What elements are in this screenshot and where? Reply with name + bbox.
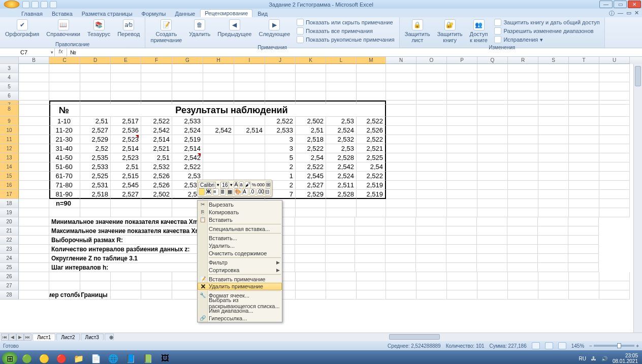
cell-M[interactable] <box>357 272 386 281</box>
cell-P[interactable] <box>447 91 477 101</box>
stat-label-21[interactable]: Максимальное значение показателя качеств… <box>49 226 203 236</box>
number-format-icon[interactable]: ⊟ <box>265 188 271 195</box>
cell-G14[interactable]: 2,522 <box>172 162 203 172</box>
cell-T[interactable] <box>569 144 599 153</box>
cell-U[interactable] <box>599 91 630 101</box>
stat-label-25[interactable]: Шаг интервалов h: <box>49 263 203 272</box>
cell-T[interactable] <box>569 190 599 199</box>
cell-U[interactable] <box>599 153 630 162</box>
delete-comment-button[interactable]: 🗑Удалить <box>187 18 212 38</box>
spell-check-button[interactable]: ✔Орфография <box>3 18 41 38</box>
cell-Q[interactable] <box>446 226 477 236</box>
cell-L[interactable] <box>326 199 357 208</box>
cell-E[interactable] <box>111 272 141 281</box>
cell-F[interactable] <box>141 272 172 281</box>
cell-S[interactable] <box>507 254 538 263</box>
cell-H[interactable] <box>203 101 234 105</box>
cell-O[interactable] <box>416 153 447 162</box>
cell-M[interactable] <box>357 91 386 101</box>
cell-B[interactable] <box>19 281 49 290</box>
mdi-close[interactable]: ✕ <box>634 10 639 17</box>
cell-F13[interactable]: 2,51 <box>141 153 172 162</box>
cell-S[interactable] <box>507 226 538 236</box>
cell-R[interactable] <box>508 208 538 217</box>
cell-N[interactable] <box>355 217 386 226</box>
cell-R[interactable] <box>477 245 507 254</box>
show-ink-button[interactable]: Показать рукописные примечания <box>295 36 396 44</box>
cell-G10[interactable]: 2,524 <box>172 126 203 135</box>
cell-P[interactable] <box>447 135 477 144</box>
row-header-7[interactable]: 7 <box>0 101 19 105</box>
row-header-23[interactable]: 23 <box>0 245 19 254</box>
cell-Q[interactable] <box>446 217 477 226</box>
cell-N[interactable] <box>386 117 416 126</box>
cell-T[interactable] <box>569 135 599 144</box>
cell-P[interactable] <box>447 190 477 199</box>
cell-I[interactable] <box>234 73 265 82</box>
cell-D[interactable] <box>80 199 111 208</box>
cell-R[interactable] <box>508 82 538 91</box>
row-header-27[interactable]: 27 <box>0 281 19 290</box>
cell-L10[interactable]: 2,524 <box>326 126 357 135</box>
cell-Q[interactable] <box>477 181 508 190</box>
cell-U[interactable] <box>599 126 630 135</box>
cell-K12[interactable]: 2,522 <box>296 144 326 153</box>
tray-network-icon[interactable]: 🖧 <box>591 356 596 361</box>
align-center-icon[interactable]: ≣ <box>220 188 226 195</box>
cell-R[interactable] <box>477 236 507 245</box>
cell-N[interactable] <box>386 190 416 199</box>
col-header-F[interactable]: F <box>141 57 172 64</box>
cell-C[interactable] <box>49 91 80 101</box>
ctx-Удалить...[interactable]: Удалить... <box>198 242 282 249</box>
cell-R[interactable] <box>508 126 538 135</box>
cell-S[interactable] <box>538 126 569 135</box>
cell-P[interactable] <box>416 226 446 236</box>
cell-R[interactable] <box>477 254 507 263</box>
cell-S[interactable] <box>538 281 569 290</box>
cell-M[interactable] <box>357 82 386 91</box>
ctx-Сортировка[interactable]: Сортировка▶ <box>198 266 282 274</box>
stat-label-20[interactable]: Минимальное значение показателя качества… <box>49 217 203 226</box>
cell-P[interactable] <box>447 153 477 162</box>
cell-F14[interactable]: 2,532 <box>141 162 172 172</box>
cell-K17[interactable]: 2,529 <box>296 190 326 199</box>
col-header-E[interactable]: E <box>111 57 141 64</box>
cell-G12[interactable]: 2,514 <box>172 144 203 153</box>
cell-D[interactable] <box>80 208 111 217</box>
cell-N[interactable] <box>386 162 416 172</box>
cell-E15[interactable]: 2,515 <box>111 172 141 181</box>
cell-N[interactable] <box>386 290 416 300</box>
vertical-scrollbar[interactable] <box>633 64 642 333</box>
cell-G[interactable] <box>172 64 203 73</box>
cell-Q[interactable] <box>477 153 508 162</box>
cell-N[interactable] <box>386 64 416 73</box>
col-header-D[interactable]: D <box>80 57 111 64</box>
horizontal-scrollbar[interactable] <box>388 334 632 341</box>
cell-L[interactable] <box>295 236 326 245</box>
cell-J13[interactable]: 5 <box>265 153 296 162</box>
col-header-B[interactable]: B <box>19 57 49 64</box>
sheet-nav-first[interactable]: ⏮ <box>1 334 9 341</box>
cell-Q[interactable] <box>477 144 508 153</box>
cell-S[interactable] <box>538 153 569 162</box>
cell-R[interactable] <box>508 190 538 199</box>
cell-L[interactable] <box>326 281 357 290</box>
cell-K[interactable] <box>296 73 326 82</box>
cell-U[interactable] <box>599 117 630 126</box>
cell-F17[interactable]: 2,502 <box>141 190 172 199</box>
cell-J[interactable] <box>265 73 296 82</box>
cell-C[interactable]: 21-30 <box>49 135 80 144</box>
col-header-R[interactable]: R <box>508 57 538 64</box>
cell-L11[interactable]: 2,532 <box>326 135 357 144</box>
cell-H[interactable] <box>203 82 234 91</box>
cell-H10[interactable]: 2,542 <box>203 126 234 135</box>
cell-C[interactable]: 31-40 <box>49 144 80 153</box>
cell-H9[interactable] <box>203 117 234 126</box>
cell-Q[interactable] <box>477 281 508 290</box>
stat-label-23[interactable]: Количество интервалов разбиения данных z… <box>49 245 203 254</box>
cell-C[interactable] <box>49 208 80 217</box>
protect-share-button[interactable]: Защитить книгу и дать общий доступ <box>493 18 601 26</box>
cell-B[interactable] <box>19 135 49 144</box>
cell-U[interactable] <box>568 254 599 263</box>
cell-K[interactable] <box>296 101 326 105</box>
